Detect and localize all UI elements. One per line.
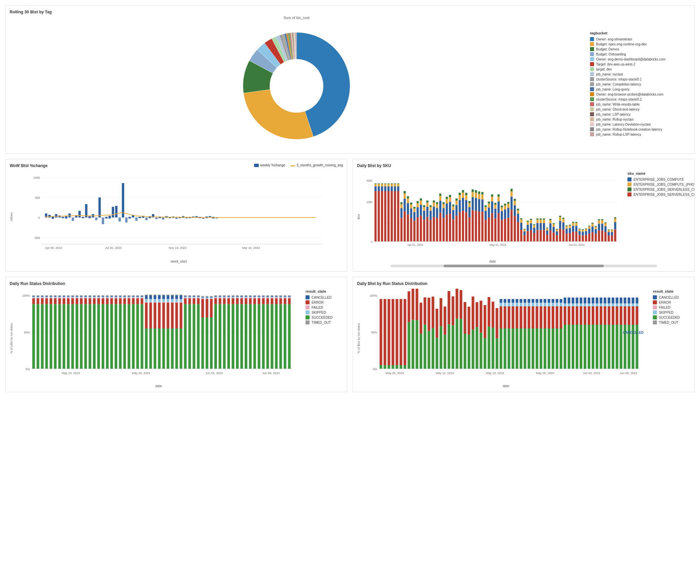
svg-rect-136: [426, 217, 428, 242]
svg-rect-18: [79, 211, 81, 217]
svg-rect-934: [620, 306, 622, 325]
svg-rect-145: [433, 206, 435, 217]
svg-rect-190: [468, 203, 470, 207]
svg-rect-569: [166, 303, 169, 328]
svg-rect-156: [443, 218, 445, 242]
svg-rect-886: [572, 306, 574, 325]
svg-rect-125: [417, 207, 419, 217]
legend-label: SUCCEEDED: [312, 316, 333, 319]
svg-rect-113: [407, 203, 409, 214]
svg-rect-890: [576, 306, 578, 325]
svg-rect-134: [423, 207, 425, 211]
svg-rect-537: [141, 295, 143, 296]
svg-rect-338: [588, 227, 590, 229]
svg-rect-698: [258, 296, 260, 297]
svg-text:May 19, 2024: May 19, 2024: [62, 372, 80, 375]
svg-rect-586: [180, 328, 182, 369]
svg-rect-795: [464, 334, 466, 369]
svg-rect-251: [517, 209, 519, 210]
svg-rect-644: [219, 296, 221, 297]
svg-rect-455: [84, 298, 87, 304]
legend-item: Budget: Demos: [590, 47, 690, 51]
svg-rect-910: [596, 306, 598, 325]
daily-run-svg-area: 100% 50% 0% May 19, 2024 May 26, 2024 Ju…: [14, 289, 303, 388]
svg-rect-85: [384, 186, 386, 191]
svg-rect-182: [462, 193, 464, 198]
svg-rect-844: [528, 299, 530, 303]
svg-rect-120: [413, 221, 415, 242]
svg-rect-386: [32, 296, 35, 297]
svg-rect-612: [197, 298, 200, 298]
svg-rect-307: [562, 218, 564, 219]
legend-color: [590, 132, 594, 136]
daily-run-status-title: Daily Run Status Distribution: [10, 281, 303, 286]
svg-rect-692: [253, 296, 256, 297]
svg-rect-424: [63, 304, 65, 369]
svg-rect-75: [374, 183, 376, 184]
svg-rect-818: [504, 306, 506, 328]
svg-rect-411: [49, 295, 52, 296]
svg-rect-866: [552, 306, 554, 328]
svg-rect-250: [517, 210, 519, 213]
svg-rect-369: [614, 222, 616, 230]
svg-rect-198: [475, 193, 477, 198]
wow-legend-avg: 3_months_growth_moving_avg: [290, 163, 343, 167]
svg-rect-108: [403, 211, 405, 242]
svg-rect-463: [89, 297, 91, 297]
svg-rect-846: [532, 306, 534, 328]
svg-rect-423: [58, 295, 61, 296]
svg-rect-428: [63, 296, 65, 297]
svg-rect-545: [149, 303, 152, 328]
svg-rect-759: [391, 365, 394, 369]
svg-rect-426: [63, 298, 65, 298]
daily-list-run-legend-title: result_state: [653, 289, 690, 293]
svg-rect-396: [41, 298, 43, 298]
svg-rect-335: [585, 229, 587, 229]
svg-rect-350: [598, 220, 600, 224]
wow-legend-weekly-color: [254, 164, 259, 167]
svg-rect-761: [395, 365, 398, 369]
svg-rect-138: [426, 202, 428, 206]
svg-rect-757: [387, 365, 390, 369]
svg-rect-401: [45, 298, 48, 304]
svg-rect-324: [579, 235, 581, 242]
svg-text:Jul 30, 2023: Jul 30, 2023: [105, 246, 122, 250]
svg-rect-76: [378, 191, 380, 242]
svg-rect-542: [145, 295, 148, 299]
daily-run-svg: 100% 50% 0% May 19, 2024 May 26, 2024 Ju…: [14, 289, 303, 382]
svg-rect-741: [288, 295, 291, 296]
cancelled-badge: CANCELLED: [623, 331, 644, 334]
svg-rect-162: [446, 199, 448, 203]
daily-sku-scrollbar-thumb[interactable]: [444, 265, 604, 267]
daily-sku-scrollbar-track[interactable]: [390, 265, 657, 267]
svg-rect-635: [214, 298, 217, 304]
svg-rect-685: [249, 297, 252, 297]
svg-rect-451: [80, 297, 83, 297]
svg-rect-446: [76, 296, 78, 297]
svg-rect-287: [546, 228, 548, 228]
legend-label: ENTERPRISE_JOBS_SERVERLESS_COMPUTE_U: [633, 188, 695, 191]
daily-list-run-legend: result_state CANCELLEDERRORFAILEDSKIPPED…: [650, 281, 690, 325]
svg-rect-616: [201, 317, 204, 369]
svg-rect-472: [97, 304, 100, 369]
svg-rect-655: [227, 297, 230, 297]
svg-rect-197: [475, 198, 477, 210]
svg-rect-439: [71, 297, 74, 297]
svg-rect-861: [548, 328, 550, 369]
legend-item: Budget: Onboarding: [590, 52, 690, 56]
svg-rect-840: [523, 299, 526, 303]
svg-rect-104: [400, 218, 402, 242]
svg-rect-803: [480, 333, 482, 369]
svg-rect-30: [119, 217, 121, 222]
svg-rect-858: [544, 306, 546, 328]
svg-rect-628: [210, 317, 213, 369]
svg-rect-26: [105, 217, 108, 218]
svg-rect-636: [214, 298, 217, 298]
legend-color: [590, 112, 594, 116]
svg-rect-618: [201, 298, 204, 299]
svg-rect-491: [110, 298, 113, 304]
svg-rect-884: [568, 298, 570, 304]
svg-rect-560: [158, 295, 161, 299]
legend-item: clusterSource: mlops-stack/0.2: [590, 97, 690, 101]
svg-rect-262: [527, 222, 529, 225]
